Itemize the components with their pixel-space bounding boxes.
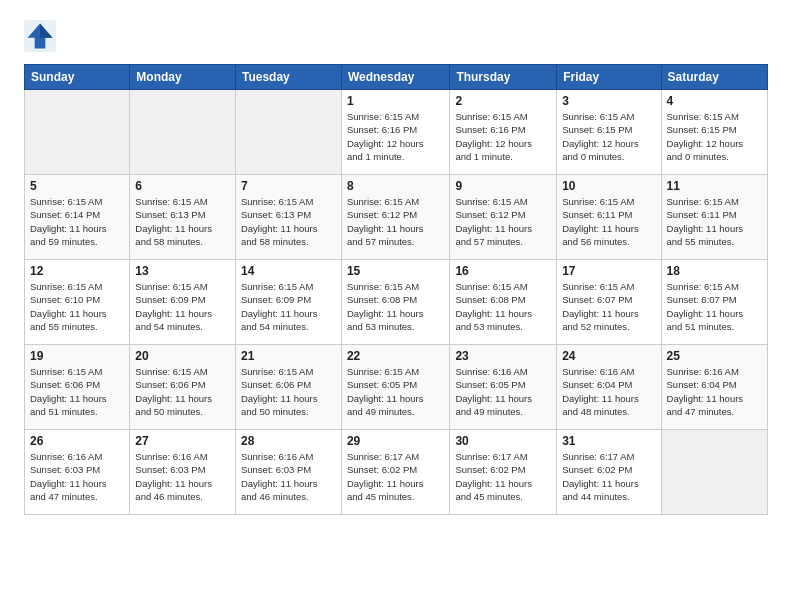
- day-info: Sunrise: 6:15 AM Sunset: 6:07 PM Dayligh…: [667, 280, 762, 333]
- calendar-cell: 21Sunrise: 6:15 AM Sunset: 6:06 PM Dayli…: [235, 345, 341, 430]
- calendar-cell: 8Sunrise: 6:15 AM Sunset: 6:12 PM Daylig…: [341, 175, 449, 260]
- day-number: 9: [455, 179, 551, 193]
- day-number: 31: [562, 434, 655, 448]
- weekday-header-saturday: Saturday: [661, 65, 767, 90]
- day-info: Sunrise: 6:15 AM Sunset: 6:16 PM Dayligh…: [347, 110, 444, 163]
- calendar-cell: 26Sunrise: 6:16 AM Sunset: 6:03 PM Dayli…: [25, 430, 130, 515]
- day-info: Sunrise: 6:15 AM Sunset: 6:11 PM Dayligh…: [562, 195, 655, 248]
- calendar-cell: 29Sunrise: 6:17 AM Sunset: 6:02 PM Dayli…: [341, 430, 449, 515]
- calendar-cell: 28Sunrise: 6:16 AM Sunset: 6:03 PM Dayli…: [235, 430, 341, 515]
- day-number: 1: [347, 94, 444, 108]
- day-number: 6: [135, 179, 230, 193]
- calendar-cell: 3Sunrise: 6:15 AM Sunset: 6:15 PM Daylig…: [557, 90, 661, 175]
- day-number: 27: [135, 434, 230, 448]
- page: SundayMondayTuesdayWednesdayThursdayFrid…: [0, 0, 792, 612]
- calendar-cell: 9Sunrise: 6:15 AM Sunset: 6:12 PM Daylig…: [450, 175, 557, 260]
- day-number: 10: [562, 179, 655, 193]
- calendar-cell: 2Sunrise: 6:15 AM Sunset: 6:16 PM Daylig…: [450, 90, 557, 175]
- calendar-cell: 25Sunrise: 6:16 AM Sunset: 6:04 PM Dayli…: [661, 345, 767, 430]
- day-info: Sunrise: 6:15 AM Sunset: 6:11 PM Dayligh…: [667, 195, 762, 248]
- calendar-header: SundayMondayTuesdayWednesdayThursdayFrid…: [25, 65, 768, 90]
- weekday-header-tuesday: Tuesday: [235, 65, 341, 90]
- calendar-cell: 31Sunrise: 6:17 AM Sunset: 6:02 PM Dayli…: [557, 430, 661, 515]
- calendar-cell: 7Sunrise: 6:15 AM Sunset: 6:13 PM Daylig…: [235, 175, 341, 260]
- header: [24, 20, 768, 52]
- week-row-1: 5Sunrise: 6:15 AM Sunset: 6:14 PM Daylig…: [25, 175, 768, 260]
- day-number: 19: [30, 349, 124, 363]
- day-number: 12: [30, 264, 124, 278]
- day-info: Sunrise: 6:16 AM Sunset: 6:03 PM Dayligh…: [135, 450, 230, 503]
- day-number: 26: [30, 434, 124, 448]
- day-info: Sunrise: 6:16 AM Sunset: 6:03 PM Dayligh…: [30, 450, 124, 503]
- day-number: 5: [30, 179, 124, 193]
- calendar-cell: 19Sunrise: 6:15 AM Sunset: 6:06 PM Dayli…: [25, 345, 130, 430]
- day-info: Sunrise: 6:16 AM Sunset: 6:05 PM Dayligh…: [455, 365, 551, 418]
- day-info: Sunrise: 6:15 AM Sunset: 6:13 PM Dayligh…: [135, 195, 230, 248]
- day-number: 23: [455, 349, 551, 363]
- calendar-cell: 5Sunrise: 6:15 AM Sunset: 6:14 PM Daylig…: [25, 175, 130, 260]
- day-number: 29: [347, 434, 444, 448]
- weekday-header-monday: Monday: [130, 65, 236, 90]
- day-number: 21: [241, 349, 336, 363]
- day-number: 17: [562, 264, 655, 278]
- day-number: 25: [667, 349, 762, 363]
- day-number: 16: [455, 264, 551, 278]
- day-number: 24: [562, 349, 655, 363]
- day-info: Sunrise: 6:15 AM Sunset: 6:15 PM Dayligh…: [562, 110, 655, 163]
- calendar-cell: 1Sunrise: 6:15 AM Sunset: 6:16 PM Daylig…: [341, 90, 449, 175]
- day-info: Sunrise: 6:15 AM Sunset: 6:16 PM Dayligh…: [455, 110, 551, 163]
- day-number: 7: [241, 179, 336, 193]
- logo: [24, 20, 62, 52]
- calendar-cell: 16Sunrise: 6:15 AM Sunset: 6:08 PM Dayli…: [450, 260, 557, 345]
- week-row-4: 26Sunrise: 6:16 AM Sunset: 6:03 PM Dayli…: [25, 430, 768, 515]
- day-number: 11: [667, 179, 762, 193]
- day-info: Sunrise: 6:15 AM Sunset: 6:06 PM Dayligh…: [241, 365, 336, 418]
- day-info: Sunrise: 6:15 AM Sunset: 6:13 PM Dayligh…: [241, 195, 336, 248]
- day-info: Sunrise: 6:15 AM Sunset: 6:10 PM Dayligh…: [30, 280, 124, 333]
- calendar-cell: 12Sunrise: 6:15 AM Sunset: 6:10 PM Dayli…: [25, 260, 130, 345]
- day-info: Sunrise: 6:15 AM Sunset: 6:09 PM Dayligh…: [135, 280, 230, 333]
- calendar-cell: [235, 90, 341, 175]
- day-info: Sunrise: 6:15 AM Sunset: 6:06 PM Dayligh…: [30, 365, 124, 418]
- day-info: Sunrise: 6:15 AM Sunset: 6:08 PM Dayligh…: [347, 280, 444, 333]
- day-info: Sunrise: 6:15 AM Sunset: 6:06 PM Dayligh…: [135, 365, 230, 418]
- calendar-cell: [661, 430, 767, 515]
- day-number: 22: [347, 349, 444, 363]
- day-number: 28: [241, 434, 336, 448]
- day-number: 13: [135, 264, 230, 278]
- day-info: Sunrise: 6:17 AM Sunset: 6:02 PM Dayligh…: [455, 450, 551, 503]
- calendar-body: 1Sunrise: 6:15 AM Sunset: 6:16 PM Daylig…: [25, 90, 768, 515]
- calendar-cell: 11Sunrise: 6:15 AM Sunset: 6:11 PM Dayli…: [661, 175, 767, 260]
- week-row-3: 19Sunrise: 6:15 AM Sunset: 6:06 PM Dayli…: [25, 345, 768, 430]
- calendar: SundayMondayTuesdayWednesdayThursdayFrid…: [24, 64, 768, 515]
- day-info: Sunrise: 6:16 AM Sunset: 6:03 PM Dayligh…: [241, 450, 336, 503]
- day-info: Sunrise: 6:15 AM Sunset: 6:07 PM Dayligh…: [562, 280, 655, 333]
- calendar-cell: 17Sunrise: 6:15 AM Sunset: 6:07 PM Dayli…: [557, 260, 661, 345]
- calendar-cell: 18Sunrise: 6:15 AM Sunset: 6:07 PM Dayli…: [661, 260, 767, 345]
- calendar-cell: 6Sunrise: 6:15 AM Sunset: 6:13 PM Daylig…: [130, 175, 236, 260]
- week-row-2: 12Sunrise: 6:15 AM Sunset: 6:10 PM Dayli…: [25, 260, 768, 345]
- day-info: Sunrise: 6:15 AM Sunset: 6:08 PM Dayligh…: [455, 280, 551, 333]
- day-info: Sunrise: 6:15 AM Sunset: 6:12 PM Dayligh…: [455, 195, 551, 248]
- calendar-cell: 13Sunrise: 6:15 AM Sunset: 6:09 PM Dayli…: [130, 260, 236, 345]
- day-info: Sunrise: 6:15 AM Sunset: 6:09 PM Dayligh…: [241, 280, 336, 333]
- calendar-cell: [25, 90, 130, 175]
- day-info: Sunrise: 6:15 AM Sunset: 6:15 PM Dayligh…: [667, 110, 762, 163]
- day-number: 20: [135, 349, 230, 363]
- weekday-header-sunday: Sunday: [25, 65, 130, 90]
- calendar-cell: 27Sunrise: 6:16 AM Sunset: 6:03 PM Dayli…: [130, 430, 236, 515]
- day-number: 30: [455, 434, 551, 448]
- day-number: 18: [667, 264, 762, 278]
- day-number: 3: [562, 94, 655, 108]
- day-number: 4: [667, 94, 762, 108]
- calendar-cell: 14Sunrise: 6:15 AM Sunset: 6:09 PM Dayli…: [235, 260, 341, 345]
- weekday-header-wednesday: Wednesday: [341, 65, 449, 90]
- day-number: 14: [241, 264, 336, 278]
- day-info: Sunrise: 6:15 AM Sunset: 6:05 PM Dayligh…: [347, 365, 444, 418]
- day-number: 2: [455, 94, 551, 108]
- day-number: 15: [347, 264, 444, 278]
- calendar-cell: 30Sunrise: 6:17 AM Sunset: 6:02 PM Dayli…: [450, 430, 557, 515]
- week-row-0: 1Sunrise: 6:15 AM Sunset: 6:16 PM Daylig…: [25, 90, 768, 175]
- weekday-header-thursday: Thursday: [450, 65, 557, 90]
- calendar-cell: 24Sunrise: 6:16 AM Sunset: 6:04 PM Dayli…: [557, 345, 661, 430]
